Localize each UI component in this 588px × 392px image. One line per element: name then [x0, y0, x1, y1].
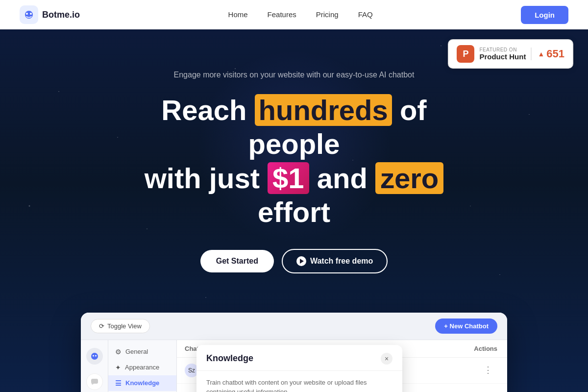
appearance-icon: ✦: [115, 364, 121, 371]
logo-icon: [20, 5, 38, 24]
product-hunt-text: FEATURED ON Product Hunt: [479, 47, 526, 61]
login-button[interactable]: Login: [521, 6, 568, 24]
new-chatbot-button[interactable]: + New Chatbot: [435, 318, 497, 334]
modal-close-button[interactable]: ×: [381, 353, 392, 365]
hero-section: P FEATURED ON Product Hunt ▲ 651 Engage …: [0, 0, 588, 392]
modal-title: Knowledge: [206, 353, 253, 364]
svg-point-6: [95, 355, 97, 356]
sidebar-icons: [81, 340, 108, 392]
svg-point-4: [91, 353, 98, 360]
general-icon: ⚙: [115, 348, 122, 356]
get-started-button[interactable]: Get Started: [200, 250, 274, 272]
modal-header: Knowledge ×: [196, 345, 402, 371]
settings-sidebar: ⚙ General ✦ Appearance ☰ Knowledge </>: [108, 340, 177, 392]
navbar: Botme.io Home Features Pricing FAQ Login: [0, 0, 588, 29]
product-hunt-count: ▲ 651: [531, 48, 564, 60]
modal-description: Train chatbot with content on your websi…: [206, 378, 392, 392]
dashboard-window: ⟳ Toggle View + New Chatbot: [81, 313, 507, 392]
nav-home[interactable]: Home: [228, 10, 248, 19]
dashboard-body: ⚙ General ✦ Appearance ☰ Knowledge </>: [81, 340, 507, 392]
highlight-zero: zero: [375, 162, 443, 194]
main-content-area: ⚙ General ✦ Appearance ☰ Knowledge </>: [108, 340, 507, 392]
dashboard-topbar: ⟳ Toggle View + New Chatbot: [81, 313, 507, 340]
sidebar-logo-icon: [86, 348, 103, 365]
sidebar-nav-general[interactable]: ⚙ General: [108, 344, 176, 360]
actions-dots[interactable]: ⋮: [484, 365, 492, 375]
svg-point-5: [93, 355, 94, 356]
watch-demo-button[interactable]: Watch free demo: [282, 249, 388, 273]
highlight-hundreds: hundreds: [255, 94, 392, 126]
knowledge-icon: ☰: [115, 379, 122, 387]
svg-point-2: [26, 13, 28, 15]
svg-rect-7: [91, 379, 98, 384]
svg-point-3: [30, 13, 32, 15]
dashboard-preview: ⟳ Toggle View + New Chatbot: [81, 313, 507, 392]
modal-body: Train chatbot with content on your websi…: [196, 371, 402, 392]
product-hunt-logo: P: [457, 45, 474, 63]
nav-pricing[interactable]: Pricing: [316, 10, 339, 19]
hero-buttons: Get Started Watch free demo: [200, 249, 388, 273]
hero-content: Engage more visitors on your website wit…: [113, 29, 475, 293]
nav-faq[interactable]: FAQ: [358, 10, 373, 19]
sidebar-nav-appearance[interactable]: ✦ Appearance: [108, 360, 176, 375]
toggle-view-button[interactable]: ⟳ Toggle View: [91, 319, 150, 333]
nav-menu: Home Features Pricing FAQ: [228, 10, 373, 19]
product-hunt-badge[interactable]: P FEATURED ON Product Hunt ▲ 651: [448, 39, 573, 69]
play-icon: [296, 256, 306, 266]
actions-header: Actions: [474, 345, 497, 352]
toggle-icon: ⟳: [99, 322, 104, 330]
logo[interactable]: Botme.io: [20, 5, 80, 24]
knowledge-modal: Knowledge × Train chatbot with content o…: [196, 345, 402, 392]
nav-features[interactable]: Features: [268, 10, 296, 19]
hero-title: Reach hundreds of people with just $1 an…: [122, 93, 466, 229]
sidebar-chat-icon[interactable]: [86, 373, 103, 390]
sidebar-nav-knowledge[interactable]: ☰ Knowledge: [108, 375, 176, 391]
highlight-dollar: $1: [268, 162, 309, 194]
hero-subtitle: Engage more visitors on your website wit…: [174, 69, 415, 81]
logo-text: Botme.io: [42, 10, 80, 20]
